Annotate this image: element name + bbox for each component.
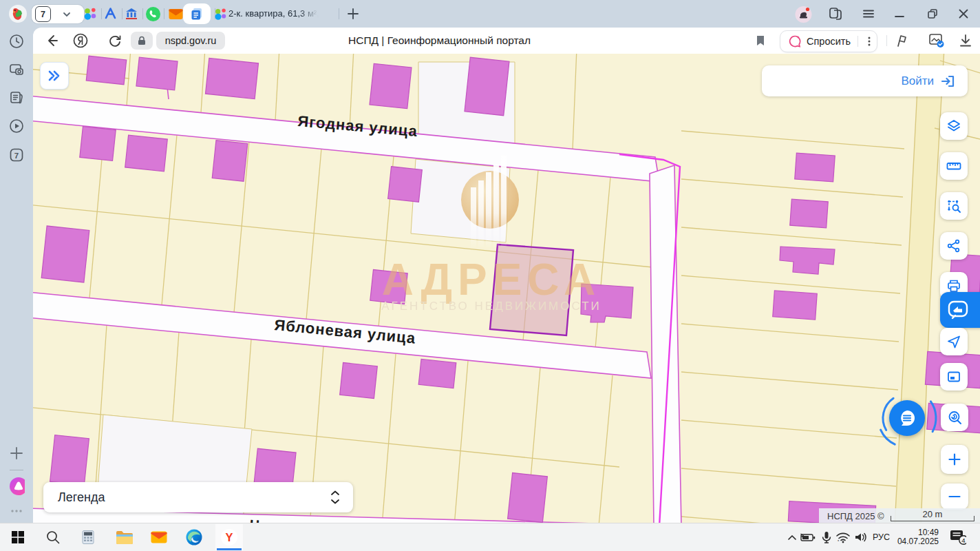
share-tool-button[interactable] — [940, 232, 968, 260]
back-button[interactable] — [43, 32, 60, 49]
yandex-browser-icon: Y — [220, 528, 238, 546]
building — [790, 199, 829, 228]
browser-sidebar-rail: 7 — [0, 28, 33, 523]
login-bar[interactable]: Войти — [762, 65, 968, 96]
active-app-indicator — [217, 548, 242, 550]
address-bar[interactable]: nspd.gov.ru — [156, 32, 225, 50]
more-vertical-icon[interactable] — [862, 34, 876, 48]
refresh-icon — [107, 32, 123, 49]
close-icon — [956, 6, 971, 21]
tab-panel-button[interactable] — [826, 4, 845, 23]
building — [86, 56, 126, 85]
area-search-tool-button[interactable] — [940, 192, 968, 220]
mail-app[interactable] — [150, 528, 168, 546]
pinned-tab-gosuslugi[interactable] — [123, 6, 140, 22]
file-explorer-app[interactable] — [115, 528, 133, 546]
tab-title[interactable]: 2-к. квартира, 61,3 м², 4/1 — [228, 8, 319, 19]
parrot-icon — [8, 4, 28, 23]
coordinate-search-tool-button[interactable] — [941, 404, 968, 431]
menu-button[interactable] — [859, 4, 878, 23]
history-button[interactable] — [8, 33, 25, 50]
watermark-subtitle: АГЕНТСТВО НЕДВИЖИМОСТИ — [381, 300, 601, 313]
chevron-up-icon — [786, 531, 798, 543]
battery-icon — [800, 531, 816, 543]
minimize-button[interactable] — [890, 4, 909, 23]
alice-button[interactable] — [8, 478, 25, 495]
calculator-app[interactable] — [79, 528, 97, 546]
building — [50, 435, 89, 486]
mini-map-tool-button[interactable] — [940, 363, 968, 391]
collapse-chevrons-icon[interactable] — [330, 490, 341, 505]
pinned-tab-a[interactable] — [103, 6, 119, 22]
taskbar-search-button[interactable] — [44, 528, 62, 546]
building — [41, 226, 89, 282]
assistant-tool-button[interactable] — [940, 292, 980, 328]
zoom-out-button[interactable] — [941, 484, 968, 510]
tray-microphone[interactable] — [818, 528, 835, 546]
recorder-indicator[interactable] — [793, 4, 813, 23]
measure-tool-button[interactable] — [940, 152, 968, 180]
zoom-in-button[interactable] — [941, 445, 968, 474]
minus-icon — [947, 489, 962, 504]
site-security-button[interactable] — [131, 32, 153, 50]
tab-separator — [101, 8, 102, 19]
refresh-button[interactable] — [107, 32, 123, 49]
chat-button[interactable] — [889, 400, 925, 436]
tray-volume[interactable] — [852, 528, 870, 546]
map-canvas[interactable]: Ягодная улицаЯблоневая улицаЦветочная ул… — [33, 54, 980, 523]
lock-icon — [136, 35, 147, 46]
tab-count-square-icon: 7 — [8, 147, 25, 163]
pinned-tab-avito[interactable] — [82, 6, 98, 22]
notification-center-button[interactable]: 4 — [948, 528, 966, 546]
layers-tool-button[interactable] — [940, 112, 968, 140]
yandex-browser-app[interactable]: Y — [220, 528, 238, 546]
extension-flag-icon — [894, 33, 909, 48]
restore-button[interactable] — [923, 4, 942, 23]
video-button[interactable] — [8, 118, 25, 134]
building — [205, 58, 258, 98]
ai-chat-icon — [787, 34, 802, 49]
sidebar-add-button[interactable] — [8, 445, 25, 461]
bookmark-button[interactable] — [752, 32, 769, 49]
chevron-down-icon[interactable] — [62, 10, 72, 19]
sidebar-more-button[interactable] — [8, 503, 25, 519]
svg-text:7: 7 — [14, 152, 19, 160]
extensions-button[interactable] — [893, 32, 910, 49]
edge-icon — [185, 528, 203, 546]
start-button[interactable] — [9, 528, 27, 546]
watermark-bar — [478, 180, 484, 247]
pinned-tab-whatsapp[interactable] — [145, 6, 161, 22]
edge-app[interactable] — [185, 528, 203, 546]
profile-avatar[interactable] — [8, 4, 28, 23]
ask-ai-button[interactable]: Спросить — [780, 30, 877, 52]
new-tab-button[interactable] — [345, 6, 361, 22]
browser-toolbar: nspd.gov.ru НСПД | Геоинформационный пор… — [33, 28, 980, 54]
tray-clock[interactable]: 10:49 04.07.2025 — [892, 528, 939, 546]
close-button[interactable] — [954, 4, 973, 23]
screenshot-button[interactable] — [928, 32, 944, 49]
screenshot-tool-button[interactable] — [8, 61, 25, 78]
tray-battery[interactable] — [799, 528, 817, 546]
inactive-tab-favicon[interactable] — [212, 6, 228, 22]
plus-icon — [947, 452, 962, 467]
active-tab-nspd[interactable] — [183, 3, 211, 24]
tab-separator — [142, 8, 143, 19]
download-button[interactable] — [957, 32, 974, 49]
legend-panel[interactable]: Легенда — [43, 482, 353, 512]
locate-tool-button[interactable] — [940, 328, 968, 355]
minimize-icon — [892, 6, 907, 21]
tray-wifi[interactable]: * — [834, 528, 852, 546]
bookmark-flag-icon — [754, 34, 767, 48]
yandex-search-button[interactable] — [72, 32, 89, 49]
feed-button[interactable] — [8, 90, 25, 106]
svg-text:*: * — [838, 539, 840, 543]
tab-count-button[interactable]: 7 — [8, 147, 25, 163]
pinned-tab-mail[interactable] — [167, 6, 184, 22]
map-viewport[interactable]: Ягодная улицаЯблоневая улицаЦветочная ул… — [33, 54, 980, 523]
expand-panel-button[interactable] — [40, 62, 69, 90]
tab-separator — [164, 8, 164, 19]
tab-counter-button[interactable]: 7 — [32, 5, 84, 23]
back-arrow-icon — [43, 32, 60, 49]
language-indicator[interactable]: РУС — [873, 532, 890, 542]
watermark-bar — [501, 156, 507, 247]
